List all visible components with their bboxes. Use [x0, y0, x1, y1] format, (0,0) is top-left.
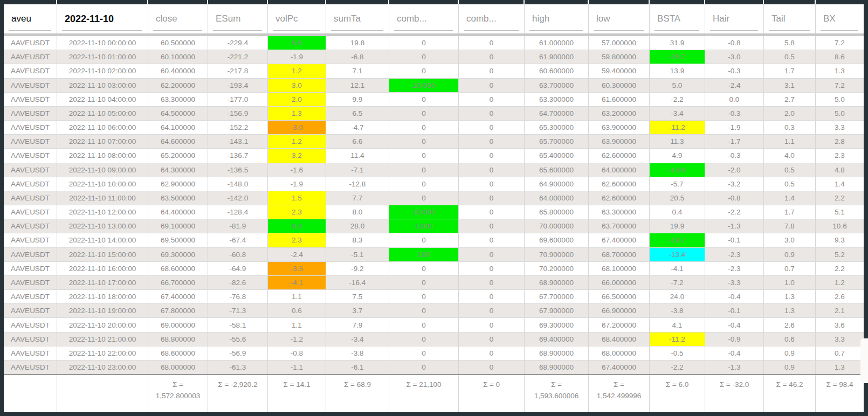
cell-aveu: AAVEUSDT — [4, 262, 57, 275]
cell-high: 64.900000 — [525, 177, 589, 191]
cell-close: 68.000000 — [148, 360, 208, 374]
cell-bx: 3.6 — [816, 318, 864, 331]
cell-bx: 2.2 — [816, 191, 864, 205]
cell-volpc: -0.8 — [268, 346, 326, 360]
cell-aveu: AAVEUSDT — [4, 318, 57, 331]
table-body: AAVEUSDT2022-11-10 00:00:0060.500000-229… — [4, 36, 864, 375]
cell-hair: -1.3 — [705, 360, 764, 374]
cell-date: 2022-11-10 06:00:00 — [57, 121, 148, 134]
cell-comb2: 0 — [459, 79, 525, 92]
column-header-bsta[interactable]: BSTA — [650, 4, 705, 33]
cell-comb1: 0 — [389, 276, 459, 289]
column-header-close[interactable]: close — [148, 4, 208, 33]
grid-top-border — [4, 0, 864, 4]
column-header-hair[interactable]: Hair — [705, 4, 764, 33]
cell-bx: 8.6 — [816, 50, 864, 64]
summary-row: Σ =1,572.800003Σ = -2,920.2Σ = 14.1Σ = 6… — [4, 375, 864, 412]
cell-esum: -81.9 — [208, 219, 268, 233]
cell-date: 2022-11-10 07:00:00 — [57, 135, 148, 148]
cell-comb1: 0 — [389, 304, 459, 317]
cell-low: 68.100000 — [589, 262, 650, 275]
cell-hair: -0.3 — [705, 107, 764, 120]
header-filter-underline[interactable] — [273, 30, 320, 31]
column-header-label: Hair — [713, 13, 729, 24]
cell-comb2: 0 — [459, 36, 525, 50]
cell-low: 68.400000 — [589, 332, 650, 346]
column-header-label: 2022-11-10 — [65, 13, 114, 25]
header-filter-underline[interactable] — [331, 30, 383, 31]
column-header-date[interactable]: 2022-11-10 — [57, 4, 148, 33]
cell-close: 63.500000 — [148, 191, 208, 205]
summary-line: Σ = 98.4 — [826, 379, 853, 390]
cell-high: 69.600000 — [525, 233, 589, 247]
cell-aveu: AAVEUSDT — [4, 79, 57, 92]
cell-esum: -56.9 — [208, 346, 268, 360]
cell-esum: -193.4 — [208, 79, 268, 92]
header-filter-underline[interactable] — [655, 30, 699, 31]
cell-bx: 1.3 — [816, 360, 864, 374]
cell-bsta: -2.2 — [650, 93, 705, 106]
summary-cell-tail: Σ = 46.2 — [764, 375, 816, 412]
cell-tail: 0.5 — [764, 50, 816, 64]
header-filter-underline[interactable] — [153, 30, 202, 31]
cell-sumta: -6.1 — [326, 360, 389, 374]
header-filter-underline[interactable] — [464, 30, 519, 31]
column-header-comb2[interactable]: comb... — [459, 4, 525, 33]
header-filter-underline[interactable] — [62, 30, 142, 31]
column-header-high[interactable]: high — [525, 4, 589, 33]
column-header-bx[interactable]: BX — [816, 4, 864, 33]
cell-comb1: 10,000 — [389, 79, 459, 92]
cell-volpc: 6.6 — [268, 36, 326, 50]
header-filter-underline[interactable] — [394, 30, 453, 31]
scrollbar-thumb[interactable] — [860, 338, 868, 383]
column-header-volpc[interactable]: volPc — [268, 4, 326, 33]
cell-date: 2022-11-10 19:00:00 — [57, 304, 148, 317]
cell-comb2: 0 — [459, 262, 525, 275]
cell-tail: 1.1 — [764, 135, 816, 148]
table-row: AAVEUSDT2022-11-10 03:00:0062.200000-193… — [4, 79, 864, 93]
column-top-border — [764, 0, 815, 4]
cell-hair: -1.7 — [705, 135, 764, 148]
cell-sumta: 8.3 — [326, 233, 389, 247]
cell-hair: -0.4 — [705, 290, 764, 303]
header-filter-underline[interactable] — [594, 30, 644, 31]
cell-date: 2022-11-10 12:00:00 — [57, 205, 148, 219]
cell-bsta: 5.0 — [650, 79, 705, 92]
cell-hair: -0.9 — [705, 332, 764, 346]
column-header-label: volPc — [275, 13, 298, 24]
column-header-low[interactable]: low — [589, 4, 650, 33]
column-header-tail[interactable]: Tail — [764, 4, 816, 33]
column-header-sumta[interactable]: sumTa — [326, 4, 389, 33]
column-header-esum[interactable]: ESum — [208, 4, 268, 33]
cell-comb2: 0 — [459, 205, 525, 219]
header-filter-underline[interactable] — [9, 30, 51, 31]
header-filter-underline[interactable] — [710, 30, 758, 31]
header-filter-underline[interactable] — [769, 30, 810, 31]
cell-volpc: -3.0 — [268, 121, 326, 134]
column-header-aveu[interactable]: aveu — [4, 4, 57, 33]
header-filter-underline[interactable] — [213, 30, 262, 31]
cell-bx: 0.7 — [816, 346, 864, 360]
cell-comb2: 0 — [459, 64, 525, 78]
cell-comb2: 0 — [459, 107, 525, 120]
cell-esum: -221.2 — [208, 50, 268, 64]
header-filter-underline[interactable] — [821, 30, 858, 31]
cell-comb2: 0 — [459, 50, 525, 64]
cell-esum: -142.0 — [208, 191, 268, 205]
cell-sumta: 7.9 — [326, 318, 389, 331]
cell-date: 2022-11-10 01:00:00 — [57, 50, 148, 64]
header-filter-underline[interactable] — [529, 30, 583, 31]
table-row: AAVEUSDT2022-11-10 22:00:0068.600000-56.… — [4, 346, 864, 360]
table-row: AAVEUSDT2022-11-10 08:00:0065.200000-136… — [4, 149, 864, 163]
cell-high: 68.900000 — [525, 346, 589, 360]
cell-sumta: -3.4 — [326, 332, 389, 346]
cell-high: 65.400000 — [525, 149, 589, 162]
cell-comb2: 0 — [459, 121, 525, 134]
cell-low: 67.400000 — [589, 360, 650, 374]
cell-date: 2022-11-10 00:00:00 — [57, 36, 148, 50]
column-top-border — [268, 0, 325, 4]
cell-volpc: 3.2 — [268, 149, 326, 162]
cell-low: 66.500000 — [589, 290, 650, 303]
column-header-comb1[interactable]: comb... — [389, 4, 459, 33]
cell-comb1: 0 — [389, 93, 459, 106]
